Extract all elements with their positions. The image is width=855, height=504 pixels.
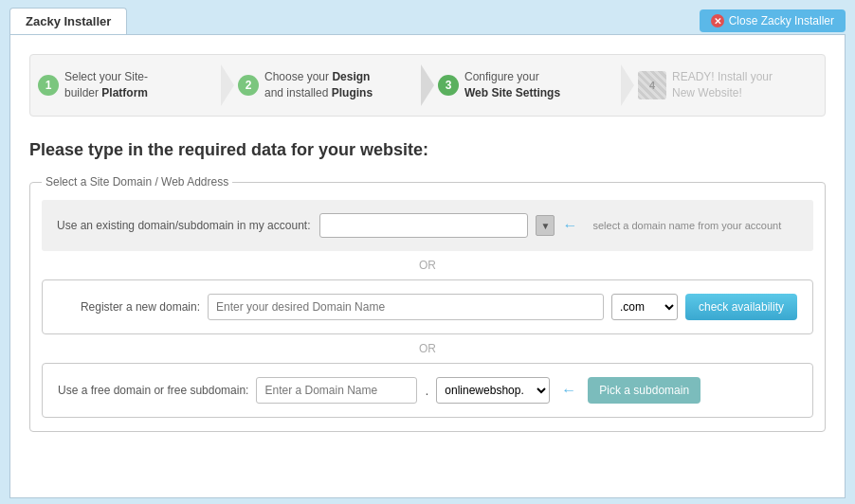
step-arrow-2 [421, 64, 434, 106]
or-divider-1: OR [42, 251, 813, 279]
step-1-text: Select your Site-builder Platform [64, 69, 148, 101]
arrow-subdomain-icon: ← [561, 382, 576, 399]
existing-domain-row: Use an existing domain/subdomain in my a… [42, 200, 813, 251]
register-domain-input[interactable] [208, 294, 604, 320]
zacky-installer-tab[interactable]: Zacky Installer [9, 8, 127, 34]
arrow-hint-icon: ← [562, 217, 577, 234]
wizard-step-2: 2 Choose your Designand installed Plugin… [238, 69, 417, 101]
register-domain-row: Register a new domain: .com .net .org ch… [42, 279, 813, 334]
step-4-icon: 4 [638, 71, 666, 99]
or-divider-2: OR [42, 334, 813, 363]
register-domain-label: Register a new domain: [58, 300, 200, 314]
step-2-number: 2 [238, 75, 259, 96]
step-4-text: READY! Install yourNew Website! [672, 69, 773, 101]
free-domain-input[interactable] [256, 377, 417, 404]
wizard-step-4: 4 READY! Install yourNew Website! [638, 69, 817, 101]
wizard-step-1: 1 Select your Site-builder Platform [38, 69, 217, 101]
dot-separator: . [425, 383, 428, 398]
step-3-text: Configure yourWeb Site Settings [464, 69, 560, 101]
free-subdomain-row: Use a free domain or free subdomain: . o… [42, 363, 813, 418]
existing-domain-label: Use an existing domain/subdomain in my a… [57, 219, 310, 232]
domain-hint-text: select a domain name from your account [592, 220, 781, 231]
free-subdomain-label: Use a free domain or free subdomain: [58, 384, 248, 397]
close-button[interactable]: ✕ Close Zacky Installer [700, 9, 846, 32]
domain-select[interactable] [319, 213, 528, 238]
pick-subdomain-button[interactable]: Pick a subdomain [588, 377, 700, 404]
tld-select[interactable]: .com .net .org [611, 294, 678, 320]
domain-select-arrow[interactable]: ▼ [536, 215, 555, 236]
step-3-number: 3 [438, 75, 459, 96]
wizard-steps: 1 Select your Site-builder Platform 2 Ch… [29, 54, 826, 117]
step-arrow-3 [621, 64, 634, 106]
step-2-text: Choose your Designand installed Plugins [264, 69, 373, 101]
domain-fieldset: Select a Site Domain / Web Address Use a… [29, 175, 826, 432]
step-arrow-1 [221, 64, 234, 106]
main-content: 1 Select your Site-builder Platform 2 Ch… [9, 34, 846, 498]
page-title: Please type in the required data for you… [29, 140, 826, 160]
domain-select-wrap: ▼ ← select a domain name from your accou… [319, 213, 781, 238]
domain-legend: Select a Site Domain / Web Address [42, 175, 232, 189]
subdomain-select[interactable]: onlinewebshop. mysite. [436, 377, 550, 404]
close-icon: ✕ [711, 14, 724, 27]
check-availability-button[interactable]: check availability [685, 294, 797, 320]
close-button-label: Close Zacky Installer [729, 14, 834, 27]
wizard-step-3: 3 Configure yourWeb Site Settings [438, 69, 617, 101]
tab-bar: Zacky Installer ✕ Close Zacky Installer [0, 0, 855, 34]
step-1-number: 1 [38, 75, 59, 96]
